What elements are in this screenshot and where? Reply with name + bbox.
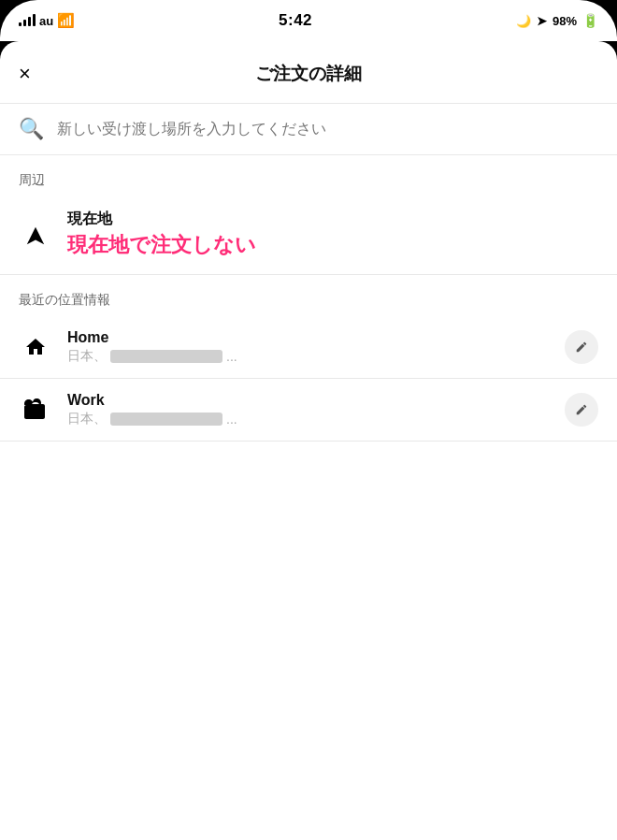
status-left: au 📶 <box>19 12 75 29</box>
search-bar[interactable]: 🔍 <box>0 104 617 155</box>
home-address-blurred <box>110 350 222 363</box>
work-location-sub: 日本、 ... <box>67 411 550 427</box>
work-location-text: Work 日本、 ... <box>67 392 550 427</box>
navigation-icon <box>19 219 52 253</box>
work-location-name: Work <box>67 392 550 409</box>
battery-icon: 🔋 <box>582 13 598 28</box>
header-title: ご注文の詳細 <box>255 62 362 86</box>
current-location-item[interactable]: 現在地 現在地で注文しない <box>0 196 617 275</box>
close-button[interactable]: × <box>19 64 31 84</box>
work-icon <box>19 393 52 427</box>
home-location-text: Home 日本、 ... <box>67 329 550 365</box>
home-location-sub: 日本、 ... <box>67 348 550 365</box>
search-icon: 🔍 <box>19 117 44 141</box>
search-input[interactable] <box>57 121 598 138</box>
home-icon <box>19 330 52 364</box>
work-location-item[interactable]: Work 日本、 ... <box>0 379 617 442</box>
current-location-text: 現在地 現在地で注文しない <box>67 210 598 261</box>
signal-bars-icon <box>19 15 36 26</box>
status-time: 5:42 <box>279 11 312 30</box>
home-location-item[interactable]: Home 日本、 ... <box>0 316 617 379</box>
status-right: 🌙 ➤ 98% 🔋 <box>516 13 598 28</box>
battery-label: 98% <box>552 14 577 28</box>
home-location-name: Home <box>67 329 550 346</box>
work-edit-button[interactable] <box>565 393 598 427</box>
header: × ご注文の詳細 <box>0 41 617 104</box>
section-recent-label: 最近の位置情報 <box>0 275 617 316</box>
wifi-icon: 📶 <box>57 12 75 29</box>
work-address-blurred <box>110 413 222 426</box>
home-edit-button[interactable] <box>565 330 598 364</box>
current-location-name: 現在地 <box>67 210 598 229</box>
location-arrow-icon: ➤ <box>537 14 547 28</box>
moon-icon: 🌙 <box>516 14 531 28</box>
carrier-label: au <box>39 14 53 28</box>
main-sheet: × ご注文の詳細 🔍 周辺 現在地 現在地で注文しない 最近の位置情報 <box>0 41 617 840</box>
current-location-warning: 現在地で注文しない <box>67 231 256 259</box>
status-bar: au 📶 5:42 🌙 ➤ 98% 🔋 <box>0 0 617 41</box>
section-nearby-label: 周辺 <box>0 155 617 196</box>
